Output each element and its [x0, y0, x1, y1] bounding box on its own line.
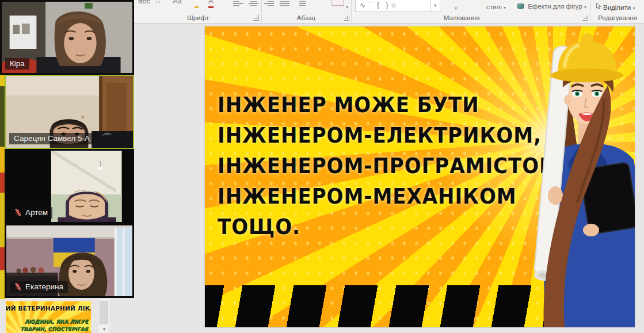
scrollbar-thumb[interactable]	[100, 301, 108, 324]
ribbon-separator	[351, 0, 352, 22]
participant-name: Артем	[25, 208, 48, 217]
slide-canvas[interactable]: ІНЖЕНЕР МОЖЕ БУТИ ІНЖЕНЕРОМ-ЕЛЕКТРИКОМ, …	[204, 26, 635, 328]
quick-styles-button[interactable]: стилі ▾	[486, 3, 506, 10]
thumbnail-panel-scrollbar[interactable]: ▾	[98, 299, 109, 333]
thumbnail-body-line: ТВАРИН, СПОСТЕРІГАЄ	[20, 326, 88, 332]
select-cursor-icon	[596, 3, 601, 10]
muted-mic-icon	[14, 283, 22, 290]
video-tile-artem[interactable]: Артем	[5, 149, 134, 224]
group-label-paragraph: Абзац	[262, 14, 350, 21]
participant-name: Кіра	[10, 59, 25, 68]
participant-name: Екатерина	[25, 282, 63, 291]
thumbnail-title: КИЙ ВЕТЕРИНАРНИЙ ЛІКАР?	[1, 305, 91, 312]
smartart-convert-icon[interactable]	[331, 0, 344, 6]
slide-text-line: ІНЖЕНЕРОМ-ЕЛЕКТРИКОМ,	[218, 120, 567, 151]
font-dialog-launcher[interactable]	[253, 15, 259, 21]
slide-text-line: ІНЖЕНЕРОМ-ПРОГРАМІСТОМ,	[218, 151, 567, 181]
paragraph-dialog-launcher[interactable]	[344, 15, 349, 21]
group-label-drawing: Малювання	[352, 14, 571, 21]
columns-icon[interactable]	[299, 0, 309, 5]
drawing-dialog-launcher[interactable]	[582, 15, 588, 21]
engineer-woman-illustration	[531, 30, 635, 327]
strikethrough-icon[interactable]: abc	[138, 0, 150, 6]
select-button[interactable]: Виділити ▾	[596, 3, 635, 11]
slide-text-line: ІНЖЕНЕР МОЖЕ БУТИ	[218, 90, 567, 120]
video-tile-kira[interactable]: Кіра	[0, 0, 134, 75]
participant-name-badge: Артем	[10, 207, 52, 219]
shape-effects-button[interactable]: Ефекти для фігур ▾	[517, 3, 586, 10]
thumbnail-body-line: ЛЮДИНА, ЯКА ЛІКУЄ	[24, 319, 88, 324]
ribbon-separator	[590, 0, 591, 22]
smartart-caret-icon[interactable]: ▾	[346, 2, 348, 13]
participant-name-badge: Екатерина	[10, 281, 68, 293]
slide-thumbnail-vet[interactable]: КИЙ ВЕТЕРИНАРНИЙ ЛІКАР? ЛЮДИНА, ЯКА ЛІКУ…	[0, 301, 91, 333]
slide-text-block: ІНЖЕНЕР МОЖЕ БУТИ ІНЖЕНЕРОМ-ЕЛЕКТРИКОМ, …	[218, 90, 567, 242]
group-label-font: Шрифт	[136, 14, 260, 21]
align-right-icon[interactable]	[264, 0, 274, 5]
justify-icon[interactable]	[280, 0, 289, 5]
highlight-color-icon[interactable]	[195, 0, 199, 8]
shape-glyphs: ∿⌒{ }☆	[356, 1, 430, 10]
video-tile-samvel[interactable]: Сарецян Самвел 5-А	[5, 75, 134, 149]
slide-text-line: ТОЩО.	[218, 212, 567, 242]
group-label-editing: Редагування	[592, 14, 643, 21]
gallery-scroll-button[interactable]: ▾	[430, 0, 440, 12]
video-tile-ekaterina[interactable]: Екатерина	[5, 224, 134, 298]
shapes-gallery[interactable]: ∿⌒{ }☆ ▾	[355, 0, 440, 12]
align-center-icon[interactable]	[249, 0, 258, 5]
shape-effects-icon	[517, 3, 524, 9]
arrange-dropdown-caret[interactable]: ▾	[455, 6, 457, 11]
participant-name-badge: Сарецян Самвел 5-А	[9, 133, 94, 144]
font-color-icon[interactable]: A	[208, 0, 214, 8]
change-case-icon[interactable]: Aa	[173, 0, 182, 6]
participant-name: Сарецян Самвел 5-А	[14, 134, 90, 143]
muted-mic-icon	[14, 209, 22, 216]
slide-text-line: ІНЖЕНЕРОМ-МЕХАНІКОМ	[218, 181, 567, 212]
scrollbar-down-button[interactable]: ▾	[98, 326, 110, 333]
participant-name-badge: Кіра	[5, 58, 29, 70]
character-spacing-icon[interactable]: ↔	[154, 0, 162, 6]
ribbon-separator	[261, 0, 262, 22]
align-left-icon[interactable]	[233, 0, 243, 5]
